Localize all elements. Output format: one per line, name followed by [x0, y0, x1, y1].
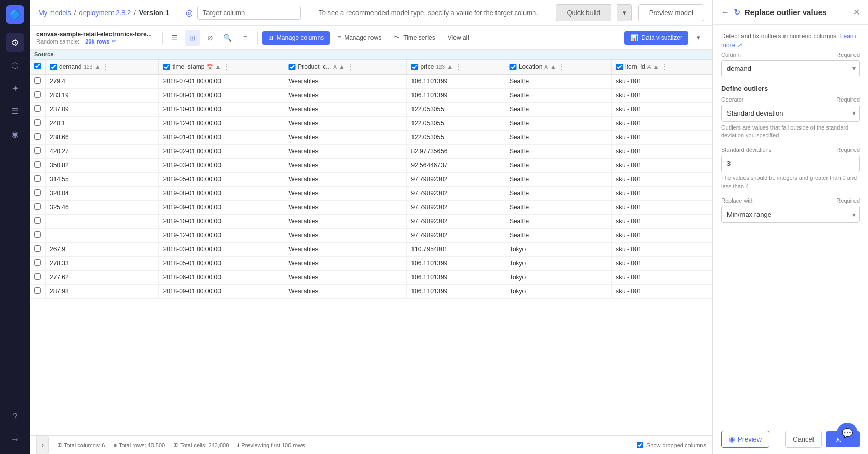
expand-button[interactable]: › [36, 436, 49, 455]
row-checkbox[interactable] [34, 119, 41, 126]
search-button[interactable]: 🔍 [220, 30, 236, 46]
sidebar-icon-help[interactable]: ? [6, 407, 24, 426]
main-content: My models / deployment 2.8.2 / Version 1… [30, 0, 712, 454]
col-menu-product[interactable]: ⋮ [347, 63, 353, 70]
sidebar-icon-star[interactable]: ✦ [6, 79, 24, 97]
column-select-wrapper: demand ▾ [721, 60, 860, 77]
row-checkbox[interactable] [34, 217, 41, 224]
table-cell: Wearables [284, 243, 407, 257]
chat-button[interactable]: 💬 [837, 423, 858, 444]
table-cell: 82.97735656 [407, 145, 505, 159]
col-menu-itemid[interactable]: ⋮ [661, 63, 667, 70]
table-cell: Wearables [284, 117, 407, 131]
panel-close-button[interactable]: ✕ [853, 7, 860, 17]
col-sort-demand[interactable]: ▲ [94, 63, 101, 70]
table-row: 287.982018-09-01 00:00:00Wearables106.11… [30, 285, 712, 299]
preview-button[interactable]: ◉ Preview [721, 431, 769, 448]
edit-icon[interactable]: ✏ [112, 38, 116, 45]
col-menu-price[interactable]: ⋮ [455, 63, 461, 70]
table-cell: Seattle [505, 103, 611, 117]
row-checkbox[interactable] [34, 287, 41, 294]
panel-back-button[interactable]: ← [721, 8, 729, 17]
col-check-location[interactable] [509, 64, 517, 70]
col-sort-timestamp[interactable]: ▲ [215, 63, 221, 70]
table-cell: 2018-07-01 00:00:00 [159, 75, 284, 89]
row-checkbox[interactable] [34, 203, 41, 210]
previewing-info: ℹ Previewing first 100 rows [237, 442, 305, 448]
table-cell: 2019-02-01 00:00:00 [159, 145, 284, 159]
col-sort-itemid[interactable]: ▲ [653, 63, 659, 70]
breadcrumb-part1[interactable]: My models [38, 9, 71, 17]
col-menu-location[interactable]: ⋮ [558, 63, 564, 70]
data-visualizer-button[interactable]: 📊 Data visualizer [624, 31, 688, 45]
sidebar-icon-export[interactable]: → [6, 430, 24, 449]
table-cell: Wearables [284, 215, 407, 229]
view-all-button[interactable]: View all [443, 31, 474, 45]
time-series-button[interactable]: 〜 Time series [389, 30, 440, 45]
grid-view-button[interactable]: ⊞ [185, 30, 200, 46]
app-logo: 🔷 [6, 5, 24, 24]
filter-button[interactable]: ⊘ [202, 30, 218, 46]
col-sort-price[interactable]: ▲ [447, 63, 453, 70]
row-checkbox[interactable] [34, 133, 41, 140]
target-column-select[interactable]: Target column [197, 6, 301, 20]
col-menu-timestamp[interactable]: ⋮ [223, 63, 229, 70]
operator-select[interactable]: Standard deviation [721, 105, 860, 122]
select-all-checkbox[interactable] [34, 63, 41, 69]
table-cell: 2018-12-01 00:00:00 [159, 117, 284, 131]
row-checkbox[interactable] [34, 273, 41, 280]
grid-icon-cols: ⊞ [57, 442, 62, 448]
table-cell: Wearables [284, 131, 407, 145]
table-cell: Tokyo [505, 243, 611, 257]
sidebar-icon-settings[interactable]: ⚙ [6, 33, 24, 52]
col-check-timestamp[interactable] [163, 64, 170, 70]
table-cell: 277.62 [46, 271, 159, 285]
quick-build-arrow-button[interactable]: ▾ [617, 4, 632, 21]
columns-icon: ⊞ [268, 34, 273, 41]
table-row: 320.042019-08-01 00:00:00Wearables97.798… [30, 187, 712, 201]
row-checkbox[interactable] [34, 231, 41, 238]
row-checkbox[interactable] [34, 245, 41, 252]
table-cell: sku - 001 [612, 271, 712, 285]
table-cell: sku - 001 [612, 257, 712, 271]
col-menu-demand[interactable]: ⋮ [103, 63, 109, 70]
sample-count: 20k rows [85, 38, 109, 45]
std-dev-input[interactable] [721, 155, 860, 172]
sidebar-icon-list[interactable]: ☰ [6, 102, 24, 120]
manage-rows-button[interactable]: ≡ Manage rows [332, 31, 387, 45]
quick-build-button[interactable]: Quick build [556, 4, 611, 21]
sidebar-icon-circle[interactable]: ◉ [6, 124, 24, 143]
sidebar-icon-puzzle[interactable]: ⬡ [6, 56, 24, 75]
table-cell: Seattle [505, 145, 611, 159]
column-select[interactable]: demand [721, 60, 860, 77]
row-checkbox[interactable] [34, 175, 41, 182]
row-checkbox[interactable] [34, 105, 41, 112]
col-check-product[interactable] [288, 64, 296, 70]
row-checkbox[interactable] [34, 259, 41, 266]
replace-with-select[interactable]: Min/max range [721, 206, 860, 223]
row-checkbox[interactable] [34, 147, 41, 154]
table-cell: 2019-09-01 00:00:00 [159, 201, 284, 215]
col-check-demand[interactable] [50, 64, 57, 70]
table-row: 325.462019-09-01 00:00:00Wearables97.798… [30, 201, 712, 215]
show-dropped-checkbox[interactable] [637, 442, 643, 448]
col-sort-location[interactable]: ▲ [550, 63, 556, 70]
options-button[interactable]: ≡ [238, 30, 253, 46]
target-column-wrapper: ◎ Target column [186, 6, 301, 20]
row-checkbox[interactable] [34, 161, 41, 168]
col-check-itemid[interactable] [616, 64, 623, 70]
row-checkbox[interactable] [34, 189, 41, 196]
table-cell: sku - 001 [612, 89, 712, 103]
col-sort-product[interactable]: ▲ [339, 63, 345, 70]
col-check-price[interactable] [411, 64, 418, 70]
row-checkbox[interactable] [34, 77, 41, 84]
toolbar-more-button[interactable]: ▾ [691, 30, 706, 46]
manage-columns-button[interactable]: ⊞ Manage columns [262, 31, 330, 45]
cancel-button[interactable]: Cancel [785, 431, 821, 448]
table-cell: sku - 001 [612, 173, 712, 187]
list-view-button[interactable]: ☰ [167, 30, 183, 46]
row-checkbox[interactable] [34, 91, 41, 98]
breadcrumb-part2[interactable]: deployment 2.8.2 [79, 9, 131, 17]
col-header-itemid: item_id A ▲ ⋮ [612, 60, 712, 75]
preview-model-button[interactable]: Preview model [638, 4, 704, 21]
